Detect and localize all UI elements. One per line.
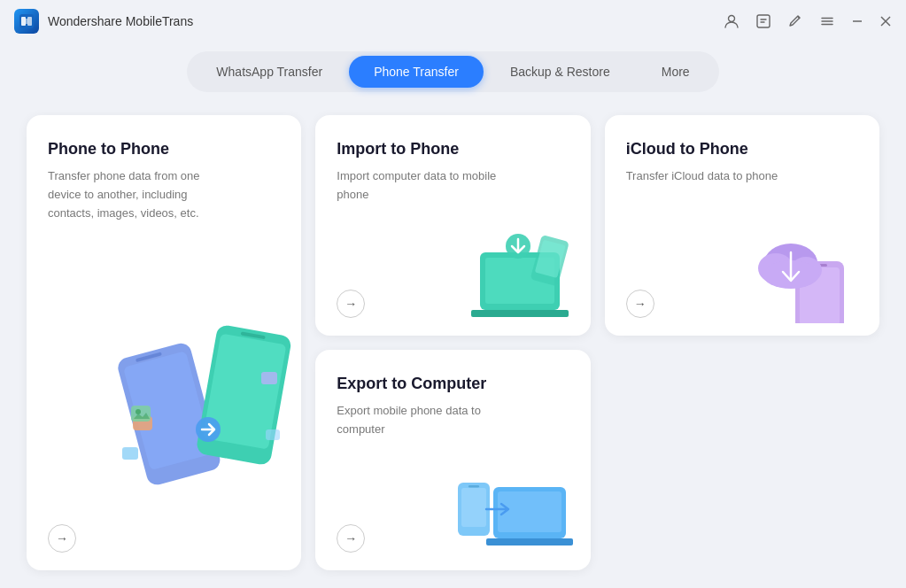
card-phone-to-phone-title: Phone to Phone: [48, 140, 280, 159]
card-icloud-arrow[interactable]: →: [626, 290, 654, 318]
card-icloud-to-phone[interactable]: iCloud to Phone Transfer iCloud data to …: [605, 115, 879, 336]
svg-rect-19: [241, 331, 266, 339]
notification-icon[interactable]: [755, 13, 771, 29]
svg-point-30: [506, 234, 530, 259]
app-icon: [14, 9, 39, 34]
svg-rect-22: [122, 447, 138, 460]
card-export-to-computer[interactable]: Export to Computer Export mobile phone d…: [315, 350, 590, 570]
edit-icon[interactable]: [787, 13, 803, 29]
svg-point-26: [136, 409, 141, 414]
svg-rect-5: [757, 15, 770, 27]
nav-bar: WhatsApp Transfer Phone Transfer Backup …: [0, 43, 906, 106]
titlebar: Wondershare MobileTrans: [0, 0, 906, 43]
svg-rect-15: [123, 351, 213, 470]
tab-backup-restore[interactable]: Backup & Restore: [485, 56, 635, 88]
card-icloud-title: iCloud to Phone: [626, 140, 858, 159]
svg-rect-45: [468, 485, 479, 488]
svg-rect-3: [26, 19, 28, 24]
tab-more[interactable]: More: [637, 56, 715, 88]
card-import-title: Import to Phone: [337, 140, 569, 159]
tab-phone-transfer[interactable]: Phone Transfer: [349, 56, 484, 88]
card-phone-to-phone-arrow[interactable]: →: [48, 524, 76, 553]
svg-rect-44: [461, 488, 486, 527]
svg-rect-42: [486, 538, 573, 545]
titlebar-controls: [724, 13, 892, 29]
svg-rect-23: [261, 372, 277, 384]
svg-point-20: [196, 417, 221, 442]
card-phone-to-phone[interactable]: Phone to Phone Transfer phone data from …: [27, 115, 301, 570]
svg-point-39: [763, 260, 819, 289]
svg-rect-16: [136, 352, 162, 362]
svg-rect-31: [530, 235, 569, 287]
svg-rect-24: [266, 429, 280, 440]
main-content: Phone to Phone Transfer phone data from …: [0, 106, 906, 588]
tab-whatsapp-transfer[interactable]: WhatsApp Transfer: [191, 56, 347, 88]
svg-rect-25: [131, 406, 151, 422]
close-icon[interactable]: [879, 15, 892, 27]
svg-rect-17: [196, 324, 292, 467]
svg-point-4: [729, 16, 735, 22]
import-illustration: [453, 217, 582, 327]
minimize-icon[interactable]: [851, 15, 863, 27]
svg-rect-14: [116, 341, 222, 487]
svg-rect-18: [203, 333, 287, 449]
card-icloud-desc: Transfer iCloud data to phone: [626, 167, 803, 186]
svg-rect-35: [811, 264, 827, 267]
svg-rect-21: [133, 416, 152, 430]
svg-rect-34: [800, 267, 840, 323]
card-export-desc: Export mobile phone data to computer: [337, 402, 514, 439]
menu-icon[interactable]: [819, 13, 835, 29]
card-export-arrow[interactable]: →: [337, 524, 365, 553]
svg-rect-1: [21, 17, 26, 26]
card-export-title: Export to Computer: [337, 375, 569, 393]
nav-tabs: WhatsApp Transfer Phone Transfer Backup …: [187, 51, 718, 92]
svg-rect-2: [27, 17, 32, 26]
svg-rect-28: [485, 258, 554, 304]
card-import-arrow[interactable]: →: [337, 290, 365, 318]
svg-rect-29: [471, 310, 569, 317]
svg-rect-33: [795, 261, 844, 323]
svg-rect-40: [493, 487, 566, 538]
svg-rect-41: [498, 491, 561, 532]
export-illustration: [445, 456, 582, 561]
account-icon[interactable]: [724, 13, 740, 29]
svg-point-38: [790, 257, 822, 283]
svg-rect-27: [480, 252, 560, 310]
svg-point-37: [758, 253, 794, 283]
card-import-desc: Import computer data to mobile phone: [337, 167, 514, 205]
titlebar-left: Wondershare MobileTrans: [14, 9, 193, 34]
card-import-to-phone[interactable]: Import to Phone Import computer data to …: [315, 115, 590, 336]
phone-to-phone-illustration: [115, 275, 301, 526]
icloud-illustration: [742, 217, 871, 327]
svg-rect-32: [534, 240, 565, 278]
svg-point-36: [764, 244, 817, 282]
svg-rect-43: [458, 483, 490, 536]
app-title: Wondershare MobileTrans: [48, 14, 193, 28]
card-phone-to-phone-desc: Transfer phone data from one device to a…: [48, 167, 225, 222]
